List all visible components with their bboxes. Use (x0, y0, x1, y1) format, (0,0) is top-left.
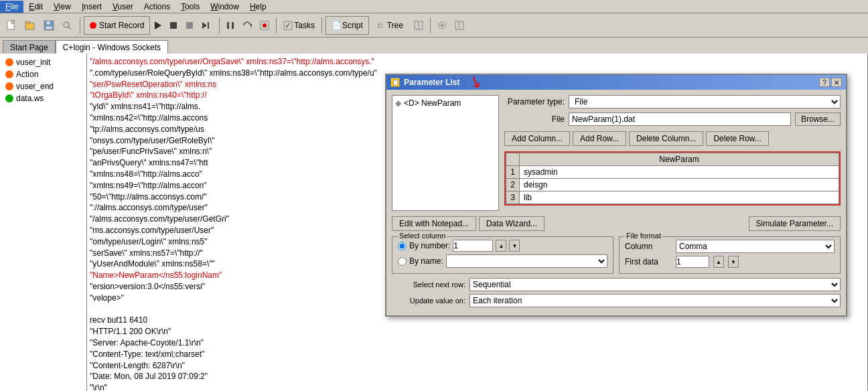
separator-3 (276, 17, 277, 33)
find-button[interactable] (59, 16, 76, 35)
select-column-group: Select column By number: ▲ ▼ By name: (392, 236, 613, 274)
svg-rect-5 (46, 21, 50, 25)
by-number-radio[interactable] (398, 242, 407, 250)
table-row-2-num: 2 (506, 179, 520, 191)
code-line-http: "HTTP/1.1 200 OK\r\n" (90, 326, 865, 337)
menu-view[interactable]: View (48, 1, 76, 13)
refresh-icon (242, 21, 252, 30)
add-row-button[interactable]: Add Row... (573, 131, 626, 146)
param-type-label: Parameter type: (504, 97, 565, 106)
step2-button[interactable] (198, 16, 216, 35)
table-row-3-value[interactable]: lib (520, 191, 839, 204)
dialog-body: ◆ <D> NewParam Parameter type: File (386, 90, 846, 315)
menu-vuser[interactable]: Vuser (107, 1, 139, 13)
by-number-input[interactable] (453, 240, 493, 252)
dialog-controls: ? ✕ (819, 78, 842, 87)
simulate-button[interactable]: Simulate Parameter... (749, 216, 841, 231)
delete-column-button[interactable]: Delete Column... (629, 131, 703, 146)
settings-button[interactable] (434, 16, 450, 35)
first-data-input[interactable] (676, 256, 709, 268)
tasks-button[interactable]: ✓ Tasks (280, 16, 318, 35)
delete-row-button[interactable]: Delete Row... (706, 131, 768, 146)
tree-item[interactable]: ◆ <D> NewParam (395, 98, 496, 108)
by-name-select[interactable] (446, 254, 607, 268)
svg-text:i: i (458, 21, 460, 30)
separator-2 (219, 17, 220, 33)
dialog-title-icon: 📋 (390, 78, 400, 87)
add-column-button[interactable]: Add Column... (504, 131, 570, 146)
tab-c-login[interactable]: C+login - Windows Sockets (56, 40, 168, 54)
script-button[interactable]: 📄 Script (326, 16, 369, 35)
start-record-button[interactable]: Start Record (84, 16, 150, 35)
by-name-radio[interactable] (398, 257, 407, 266)
vuser-init-icon (5, 58, 13, 66)
update-value-label: Update value on: (392, 297, 465, 305)
step-button[interactable] (182, 16, 197, 35)
open-button[interactable] (21, 16, 39, 35)
split-button[interactable] (411, 16, 427, 35)
dialog-title: Parameter List (404, 78, 459, 87)
stop-button[interactable] (166, 16, 181, 35)
select-column-group-label: Select column (398, 232, 447, 240)
menu-help[interactable]: Help (244, 1, 272, 13)
table-row: 3 lib (506, 191, 839, 204)
vuser-init-label: vuser_init (16, 58, 50, 67)
first-data-spin-down[interactable]: ▼ (728, 256, 739, 268)
refresh-button[interactable] (239, 16, 255, 35)
dialog-help-button[interactable]: ? (819, 78, 830, 87)
menu-file[interactable]: File (0, 1, 23, 13)
vuser-end-icon (5, 82, 13, 90)
play-button[interactable] (151, 16, 165, 35)
svg-text:✓: ✓ (285, 21, 291, 30)
table-header-newparam: NewParam (520, 153, 839, 166)
left-panel-item-data-ws[interactable]: data.ws (3, 92, 84, 104)
new-icon (6, 20, 17, 31)
data-ws-icon (5, 94, 13, 102)
find-icon (62, 20, 73, 31)
first-data-row: First data ▲ ▼ (625, 256, 835, 268)
dialog-close-button[interactable]: ✕ (831, 78, 842, 87)
split-icon (414, 21, 423, 30)
menu-insert[interactable]: Insert (76, 1, 107, 13)
settings-icon (437, 21, 447, 30)
menu-edit[interactable]: Edit (23, 1, 48, 13)
by-name-label: By name: (409, 256, 443, 266)
by-number-spin-down[interactable]: ▼ (509, 240, 520, 252)
table-row-1-value[interactable]: sysadmin (520, 166, 839, 179)
menu-tools[interactable]: Tools (175, 1, 205, 13)
tree-button[interactable]: Tree (370, 16, 409, 35)
table-row-2-value[interactable]: deisgn (520, 179, 839, 191)
select-next-row-select[interactable]: Sequential (469, 278, 841, 291)
dialog-tree: ◆ <D> NewParam (392, 95, 499, 211)
tasks-icon: ✓ (283, 21, 293, 30)
save-button[interactable] (40, 16, 58, 35)
left-panel-item-vuser-end[interactable]: vuser_end (3, 80, 84, 92)
file-format-group-label: File format (625, 232, 662, 240)
by-name-row: By name: (398, 254, 607, 268)
tree-item-icon: ◆ (395, 98, 401, 108)
tree-icon (376, 21, 386, 30)
tabbar: Start Page C+login - Windows Sockets (0, 37, 868, 54)
table-row-3-num: 3 (506, 191, 520, 204)
info-button[interactable]: i (451, 16, 467, 35)
menu-actions[interactable]: Actions (139, 1, 175, 13)
by-number-spin-up[interactable]: ▲ (496, 240, 506, 252)
first-data-spin-up[interactable]: ▲ (713, 256, 724, 268)
left-panel-item-action[interactable]: Action (3, 68, 84, 80)
tab-start-page[interactable]: Start Page (3, 40, 56, 54)
param-type-select[interactable]: File (569, 95, 841, 108)
open-icon (25, 20, 35, 31)
file-input[interactable] (569, 112, 791, 126)
left-panel-item-vuser-init[interactable]: vuser_init (3, 56, 84, 68)
browse-button[interactable]: Browse... (795, 112, 841, 126)
record2-button[interactable] (257, 16, 273, 35)
menu-window[interactable]: Window (205, 1, 244, 13)
pause-button[interactable] (223, 16, 238, 35)
new-button[interactable] (3, 16, 20, 35)
column-format-select[interactable]: Comma (676, 240, 835, 253)
update-value-select[interactable]: Each iteration (469, 294, 841, 307)
edit-notepad-button[interactable]: Edit with Notepad... (392, 216, 476, 231)
code-line-date: "Date: Mon, 08 Jul 2019 07:09:2" (90, 371, 865, 382)
data-wizard-button[interactable]: Data Wizard... (479, 216, 545, 231)
table-row: 2 deisgn (506, 179, 839, 191)
